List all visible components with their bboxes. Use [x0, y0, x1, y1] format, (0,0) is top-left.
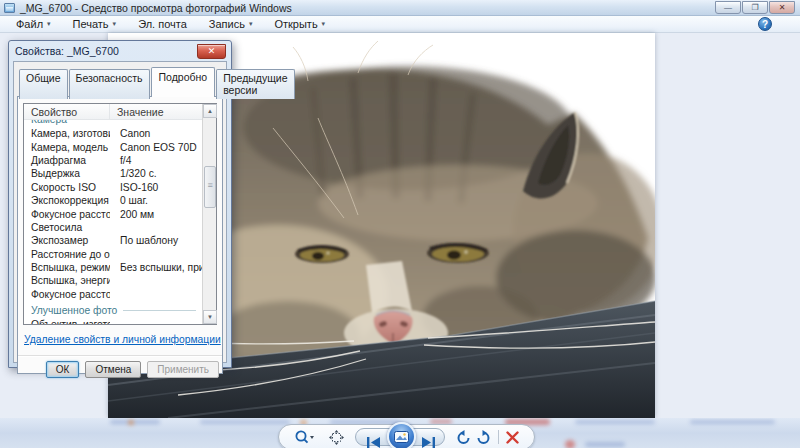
menu-item-3[interactable]: Эл. почта: [134, 17, 191, 31]
property-row[interactable]: Фокусное расстояние200 мм: [24, 207, 202, 220]
property-row[interactable]: Экспокоррекция0 шаг.: [24, 194, 202, 207]
column-property[interactable]: Свойство: [24, 104, 110, 119]
dialog-body: ОбщиеБезопасностьПодробноПредыдущие верс…: [13, 61, 227, 363]
property-row[interactable]: ЭкспозамерПо шаблону: [24, 234, 202, 247]
scroll-up-icon[interactable]: ▲: [203, 104, 217, 118]
ok-button[interactable]: ОК: [46, 361, 80, 378]
details-tab-page: Свойство Значение Камера Камера, изготов…: [17, 96, 223, 374]
minimize-button[interactable]: —: [715, 1, 741, 14]
property-row[interactable]: Камера, изготовительCanon: [24, 127, 202, 140]
scroll-down-icon[interactable]: ▼: [203, 310, 217, 324]
dialog-title: Свойства: _MG_6700: [15, 45, 119, 57]
toolbar-divider: [498, 430, 499, 444]
tab-Безопасность[interactable]: Безопасность: [69, 69, 150, 99]
property-row[interactable]: Скорость ISOISO-160: [24, 181, 202, 194]
restore-button[interactable]: ❐: [742, 1, 768, 14]
previous-icon[interactable]: [364, 430, 384, 448]
property-row[interactable]: Вспышка, режимБез вспышки, принуд...: [24, 261, 202, 274]
cancel-button[interactable]: Отмена: [85, 361, 141, 378]
property-row[interactable]: Светосила: [24, 221, 202, 234]
column-value[interactable]: Значение: [110, 104, 164, 119]
title-bar: _MG_6700 - Средство просмотра фотографий…: [0, 0, 800, 16]
property-row[interactable]: Расстояние до объекта: [24, 248, 202, 261]
slideshow-icon[interactable]: [387, 422, 416, 448]
app-icon: [4, 3, 15, 13]
properties-dialog: Свойства: _MG_6700 ✕ ОбщиеБезопасностьПо…: [8, 40, 232, 368]
menu-item-2[interactable]: Печать▾: [69, 17, 121, 31]
tab-Предыдущие версии[interactable]: Предыдущие версии: [216, 69, 294, 99]
scroll-thumb[interactable]: [204, 166, 216, 208]
tab-Общие[interactable]: Общие: [19, 69, 68, 99]
property-row[interactable]: Объектив, изготовитель: [24, 318, 202, 324]
tab-Подробно[interactable]: Подробно: [151, 67, 216, 97]
chevron-down-icon: ▾: [47, 20, 51, 28]
remove-properties-link[interactable]: Удаление свойств и личной информации: [24, 334, 221, 345]
scrollbar[interactable]: ▲ ▼: [202, 104, 216, 324]
property-row[interactable]: Диафрагмаf/4: [24, 154, 202, 167]
property-row[interactable]: Вспышка, энергия: [24, 274, 202, 287]
dialog-close-icon[interactable]: ✕: [197, 44, 226, 59]
menu-item-1[interactable]: Файл▾: [12, 17, 55, 31]
menu-bar: Файл▾Печать▾Эл. почтаЗапись▾Открыть▾ ?: [0, 16, 800, 33]
apply-button[interactable]: Применить: [147, 361, 219, 378]
menu-item-4[interactable]: Запись▾: [205, 17, 257, 31]
section-header-clipped: Камера: [24, 120, 202, 127]
chevron-down-icon: ▾: [249, 20, 253, 28]
dialog-title-bar: Свойства: _MG_6700 ✕: [9, 41, 231, 61]
rotate-ccw-icon[interactable]: [453, 425, 473, 448]
chevron-down-icon: ▾: [322, 20, 326, 28]
viewer-toolbar: [278, 424, 535, 448]
list-header: Свойство Значение: [24, 104, 202, 120]
help-icon[interactable]: ?: [758, 17, 772, 31]
buttons-separator: [18, 355, 222, 357]
property-row[interactable]: Выдержка1/320 с.: [24, 167, 202, 180]
property-row[interactable]: Камера, модельCanon EOS 70D: [24, 140, 202, 153]
section-header: Улучшенное фото: [24, 303, 202, 318]
rotate-cw-icon[interactable]: [473, 425, 493, 448]
next-icon[interactable]: [418, 430, 438, 448]
menu-item-5[interactable]: Открыть▾: [270, 17, 329, 31]
close-button[interactable]: ✕: [769, 1, 795, 14]
photo-viewer-window: _MG_6700 - Средство просмотра фотографий…: [0, 0, 800, 448]
fit-to-window-icon[interactable]: [327, 425, 345, 448]
window-title: _MG_6700 - Средство просмотра фотографий…: [20, 2, 292, 14]
chevron-down-icon: ▾: [113, 20, 117, 28]
properties-list: Свойство Значение Камера Камера, изготов…: [23, 103, 217, 325]
property-row[interactable]: Фокусное расстояние, э...: [24, 288, 202, 301]
delete-icon[interactable]: [501, 425, 523, 448]
zoom-icon[interactable]: [291, 425, 317, 448]
bottom-glass-band: [0, 418, 800, 448]
